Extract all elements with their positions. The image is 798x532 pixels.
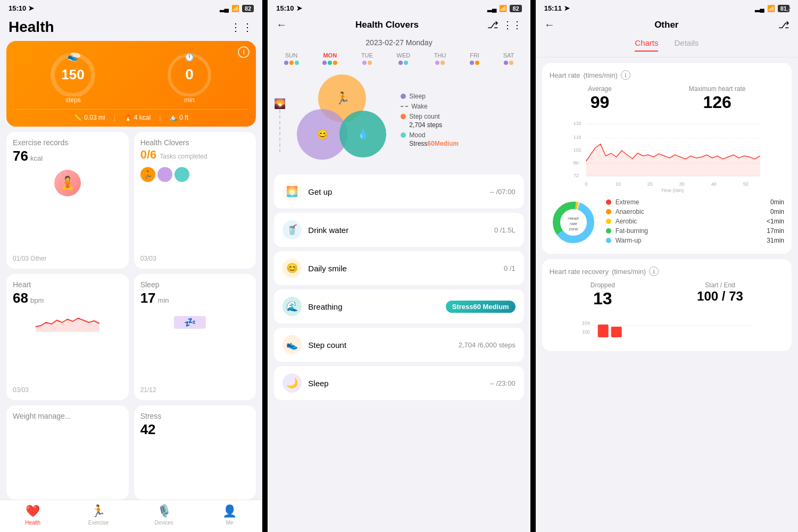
signal-icon-2: ▂▄: [487, 5, 497, 12]
elevation-stat: 🏔️ 0 ft: [169, 114, 188, 121]
avg-label: Average: [588, 85, 611, 93]
bubble: [289, 61, 294, 65]
day-fri[interactable]: FRI: [470, 52, 479, 65]
nav-health[interactable]: ❤️ Health: [0, 504, 65, 526]
task-breathing[interactable]: 🌊 Breathing Stress60 Medium: [274, 289, 523, 323]
back-button[interactable]: ←: [276, 19, 287, 31]
share-icon-3[interactable]: ⎇: [778, 19, 789, 31]
timeline: 🌄: [274, 87, 286, 152]
calories-stat: 🔥 4 kcal: [124, 114, 151, 121]
calories-value: 4 kcal: [134, 114, 151, 121]
health-clovers-card[interactable]: Health Clovers 0/6 Tasks completed 🏃 03/…: [134, 132, 256, 269]
bubble: [295, 61, 299, 65]
task-getup[interactable]: 🌅 Get up -- /07:00: [274, 174, 523, 209]
task-sleep[interactable]: 🌙 Sleep -- /23:00: [274, 366, 523, 400]
heart-card[interactable]: Heart 68 bpm 03/03: [6, 274, 129, 400]
zone-aerobic: Aerobic <1min: [606, 218, 784, 225]
ball-orange: 🏃: [140, 167, 155, 182]
steps-metric: 150 👟 steps: [44, 48, 102, 104]
status-icons-2: ▂▄ 📶 82: [487, 5, 522, 12]
bubble: [368, 61, 372, 65]
more-menu-button[interactable]: ⋮⋮: [230, 21, 254, 34]
recovery-stats: Dropped 13 Start / End 100 / 73: [550, 281, 784, 309]
day-mon[interactable]: MON: [322, 52, 337, 65]
status-icons-3: ▂▄ 📶 81: [755, 5, 789, 12]
svg-text:Heart: Heart: [568, 216, 579, 221]
elevation-icon: 🏔️: [169, 114, 177, 121]
wifi-icon-1: 📶: [231, 5, 239, 12]
svg-text:rate: rate: [570, 221, 577, 226]
anaerobic-dot: [606, 209, 611, 214]
me-icon: 👤: [222, 504, 237, 518]
weight-card[interactable]: Weight manage...: [6, 405, 129, 500]
tab-charts[interactable]: Charts: [635, 38, 658, 52]
bubble: [475, 61, 479, 65]
zone-warmup: Warm-up 31min: [606, 237, 784, 244]
task-water-name: Drink water: [308, 226, 488, 235]
location-icon-3: ➤: [564, 4, 570, 12]
task-water[interactable]: 🥤 Drink water 0 /1.5L: [274, 213, 523, 247]
health-icon: ❤️: [26, 504, 40, 518]
task-smile-name: Daily smile: [308, 264, 497, 273]
back-button-3[interactable]: ←: [544, 19, 555, 31]
day-tue[interactable]: TUE: [361, 52, 373, 65]
distance-stat: 📏 0.03 mi: [74, 114, 105, 121]
clovers-card-title: Health Clovers: [140, 138, 250, 147]
location-icon-2: ➤: [296, 4, 302, 12]
svg-text:104: 104: [581, 320, 589, 326]
signal-icon-1: ▂▄: [220, 5, 229, 12]
day-sat[interactable]: SAT: [503, 52, 514, 65]
expand-icon[interactable]: ⤢: [786, 5, 792, 13]
exercise-card[interactable]: Exercise records 76 kcal 🧘 01/03 Other: [6, 132, 129, 269]
exercise-date: 01/03 Other: [13, 255, 122, 262]
sleep-unit: min: [158, 296, 169, 304]
day-wed[interactable]: WED: [397, 52, 411, 65]
svg-text:20: 20: [647, 181, 652, 187]
sleep-card[interactable]: Sleep 17 min 💤 21/12: [134, 274, 256, 400]
time-3: 15:11: [544, 4, 562, 12]
stress-card-title: Stress: [140, 412, 250, 420]
hr-info-icon[interactable]: i: [621, 70, 630, 80]
week-row: SUN MON TUE WED: [268, 52, 530, 69]
nav-me-label: Me: [226, 520, 234, 526]
svg-text:0: 0: [585, 181, 587, 187]
panel-clovers: 15:10 ➤ ▂▄ 📶 82 ← Health Clovers ⎇ ⋮⋮ 20…: [268, 0, 530, 532]
day-sun[interactable]: SUN: [284, 52, 299, 65]
getup-icon: 🌅: [282, 182, 302, 201]
battery-1: 82: [242, 5, 254, 12]
startend-value: 100 / 73: [697, 289, 743, 304]
nav-exercise[interactable]: 🏃 Exercise: [65, 504, 131, 526]
sleep-card-title: Sleep: [140, 280, 250, 289]
recovery-chart-svg: 104 100: [550, 315, 784, 342]
avg-value: 99: [588, 93, 611, 112]
stress-card[interactable]: Stress 42: [134, 405, 256, 500]
bubble: [322, 61, 327, 65]
ball-teal: [174, 167, 189, 182]
weight-card-title: Weight manage...: [13, 412, 122, 420]
tab-details[interactable]: Details: [674, 38, 699, 52]
nav-devices[interactable]: 🎙️ Devices: [131, 504, 197, 526]
status-bar-3: 15:11 ➤ ▂▄ 📶 81: [536, 0, 798, 14]
devices-icon: 🎙️: [157, 504, 171, 518]
bubble: [504, 61, 508, 65]
step-count-value: 2,704 steps: [409, 121, 459, 129]
recovery-info-icon[interactable]: i: [649, 267, 659, 276]
task-steps[interactable]: 👟 Step count 2,704 /6,000 steps: [274, 328, 523, 362]
panel-other: 15:11 ➤ ▂▄ 📶 81 ← Other ⎇ Charts Details…: [536, 0, 798, 532]
info-button[interactable]: i: [238, 46, 250, 58]
heart-rate-card: Heart rate (times/min) i ⤢ Average 99 Ma…: [542, 63, 792, 254]
sleep-mini-chart: 💤: [140, 311, 250, 332]
panel-health: 15:10 ➤ ▂▄ 📶 82 Health ⋮⋮ i 150: [0, 0, 262, 532]
recovery-dropped: Dropped 13: [591, 281, 615, 309]
hr-stats-row: Average 99 Maximum heart rate 126: [550, 85, 784, 112]
task-smile[interactable]: 😊 Daily smile 0 /1: [274, 251, 523, 285]
nav-me[interactable]: 👤 Me: [197, 504, 262, 526]
status-time-1: 15:10 ➤: [9, 4, 34, 12]
share-icon[interactable]: ⎇: [487, 19, 498, 31]
day-thu[interactable]: THU: [434, 52, 446, 65]
bubble: [509, 61, 513, 65]
activity-card: i 150 👟 steps 0: [6, 41, 256, 127]
more-button-2[interactable]: ⋮⋮: [503, 19, 522, 31]
svg-text:40: 40: [711, 181, 716, 187]
svg-text:100: 100: [581, 329, 589, 335]
